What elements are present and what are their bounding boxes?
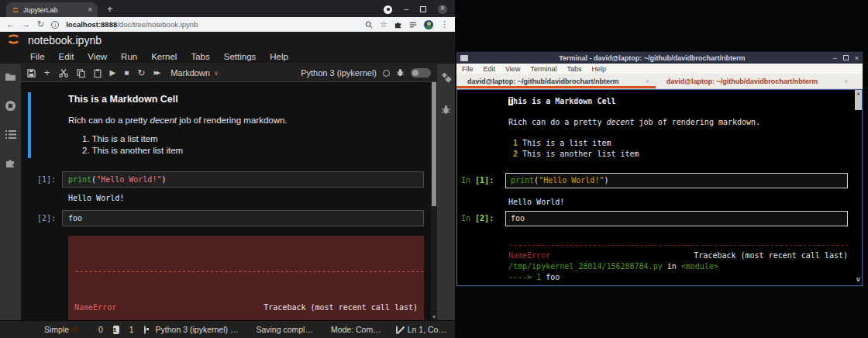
code-editor-1[interactable]: print("Hello World!") (62, 171, 424, 188)
browser-tabstrip: JupyterLab × + – × (0, 0, 455, 17)
extension-manager-puzzle-icon[interactable] (5, 157, 16, 168)
terminal-screen[interactable]: This is a Markdown Cell Rich can do a pr… (456, 89, 863, 286)
nbterm-in-prompt-2: In [2]: (457, 213, 505, 224)
simple-mode-label: Simple (44, 325, 69, 334)
kernels-count: 1 (129, 325, 134, 334)
close-icon[interactable]: × (438, 5, 447, 14)
bookmark-star-icon[interactable]: ☆ (380, 20, 388, 29)
forward-icon[interactable]: → (22, 20, 30, 29)
site-info-icon[interactable]: i (51, 21, 59, 29)
reload-icon[interactable]: ↻ (37, 20, 44, 29)
terminal-titlebar[interactable]: Terminal - david@laptop: ~/github/davidb… (456, 52, 863, 64)
restart-run-all-icon[interactable]: ▶▶ (153, 69, 159, 77)
nbterm-cell-box-1[interactable]: print("Hello World!") (505, 173, 848, 188)
terminal-close-icon[interactable]: × (855, 54, 859, 62)
kernel-status-icon[interactable] (383, 70, 390, 77)
property-inspector-gears-icon[interactable] (441, 72, 452, 83)
menu-run[interactable]: Run (114, 52, 144, 61)
save-icon[interactable] (27, 69, 36, 78)
page-title: notebook.ipynb (28, 34, 102, 47)
terminal-menubar: File Edit View Terminal Tabs Help (456, 64, 863, 74)
terminal-tab-close-icon[interactable]: × (645, 78, 649, 85)
traceback-separator: ----------------------------------------… (74, 265, 418, 278)
scrollbar-thumb[interactable] (432, 82, 436, 206)
code-editor-2[interactable]: foo (62, 210, 424, 226)
terminal-maximize-icon[interactable] (843, 55, 849, 60)
menu-help[interactable]: Help (263, 52, 295, 61)
notification-bell-off-icon[interactable] (396, 326, 398, 334)
terminal-minimize-icon[interactable]: – (833, 54, 837, 62)
terminal-scrollbar[interactable]: ▲ v (855, 90, 862, 285)
browser-window: JupyterLab × + – × ← → ↻ i localhost:888… (0, 0, 455, 338)
tab-close-icon[interactable]: × (88, 5, 92, 14)
notebook-scrollbar[interactable]: ▼ (431, 82, 437, 320)
file-browser-folder-icon[interactable] (5, 72, 16, 81)
table-of-contents-icon[interactable] (5, 130, 16, 139)
code-cell-2[interactable]: [2]: foo (21, 210, 437, 226)
nbterm-output-1: Hello World! (508, 197, 848, 208)
nbterm-code-cell-1: In [1]: print("Hello World!") (457, 173, 848, 188)
menu-edit[interactable]: Edit (52, 52, 81, 61)
kernel-name-button[interactable]: Python 3 (ipykernel) (301, 68, 377, 78)
maximize-icon[interactable] (420, 6, 426, 12)
toolbar-toggle[interactable] (411, 68, 431, 78)
terminal-menu-tabs[interactable]: Tabs (567, 65, 581, 73)
extensions-puzzle-icon[interactable] (394, 18, 402, 32)
terminal-menu-edit[interactable]: Edit (484, 65, 496, 73)
insert-cell-plus-icon[interactable]: + (44, 69, 50, 77)
terminal-app-icon (460, 55, 468, 61)
terminal-window-controls: – × (833, 54, 859, 62)
execution-prompt: [1]: (21, 171, 62, 184)
url-path: /doc/tree/notebook.ipynb (117, 20, 198, 29)
statusbar-kernel-name[interactable]: Python 3 (ipykernel) … (156, 325, 239, 334)
url-bar[interactable]: localhost:8888/doc/tree/notebook.ipynb (66, 20, 358, 29)
menu-file[interactable]: File (23, 52, 52, 61)
error-traceback-output: ----------------------------------------… (68, 236, 424, 320)
cursor-position[interactable]: Ln 1, Co… (408, 325, 446, 334)
scrollbar-down-icon[interactable]: ▼ (431, 315, 437, 319)
terminal-tab-active[interactable]: david@laptop: ~/github/davidbrochart/nbt… (456, 74, 656, 88)
terminal-menu-file[interactable]: File (462, 65, 474, 73)
menu-tabs[interactable]: Tabs (184, 52, 216, 61)
terminal-menu-help[interactable]: Help (591, 65, 606, 73)
debugger-bug-sidebar-icon[interactable] (441, 105, 451, 115)
terminal-tab-inactive[interactable]: david@laptop: ~/github/davidbrochart/nbt… (656, 74, 855, 88)
nbterm-markdown-paragraph: Rich can do a pretty decent job of rende… (508, 117, 848, 128)
new-tab-button[interactable]: + (107, 3, 113, 15)
terminal-menu-view[interactable]: View (505, 65, 520, 73)
jupyterlab-statusbar: Simple 0 $_ 1 Python 3 (ipykernel) … Sav… (0, 320, 455, 338)
back-icon[interactable]: ← (6, 20, 15, 29)
terminal-tab-close-icon[interactable]: × (844, 78, 848, 85)
markdown-cell[interactable]: This is a Markdown Cell Rich can do a pr… (21, 89, 437, 166)
run-icon[interactable]: ▶ (110, 69, 116, 77)
terminal-scroll-down-indicator[interactable]: v (855, 274, 862, 285)
profile-dot-icon[interactable] (384, 5, 392, 14)
terminal-scroll-up-icon[interactable]: ▲ (855, 90, 862, 110)
zoom-search-icon[interactable] (365, 18, 373, 32)
mode-indicator: Mode: Com… (331, 325, 381, 334)
browser-tab[interactable]: JupyterLab × (6, 2, 98, 17)
terminal-menu-terminal[interactable]: Terminal (530, 65, 556, 73)
jupyter-favicon-icon (12, 3, 19, 17)
menu-view[interactable]: View (81, 52, 114, 61)
cut-scissors-icon[interactable] (59, 69, 68, 78)
restart-kernel-icon[interactable]: ↻ (137, 69, 145, 77)
nbterm-cell-box-2[interactable]: foo (505, 211, 848, 226)
copy-icon[interactable] (77, 69, 85, 78)
profile-avatar[interactable] (424, 20, 433, 29)
running-kernels-icon[interactable] (5, 100, 16, 112)
reading-list-icon[interactable] (409, 18, 417, 32)
minimize-icon[interactable]: – (404, 5, 408, 13)
cell-type-dropdown[interactable]: Markdown ∨ (170, 68, 219, 78)
debugger-bug-icon[interactable] (396, 66, 405, 80)
paste-icon[interactable] (94, 69, 102, 78)
stop-icon[interactable]: ■ (124, 69, 129, 77)
nbterm-in-prompt-1: In [1]: (457, 175, 505, 186)
jupyterlab-left-sidebar (0, 64, 21, 320)
menu-kernel[interactable]: Kernel (144, 52, 184, 61)
code-cell-1[interactable]: [1]: print("Hello World!") (21, 171, 437, 188)
jupyter-logo-icon (7, 33, 20, 49)
markdown-heading: This is a Markdown Cell (68, 94, 437, 105)
menu-settings[interactable]: Settings (217, 52, 264, 61)
browser-menu-kebab-icon[interactable]: ⋮ (440, 20, 449, 29)
